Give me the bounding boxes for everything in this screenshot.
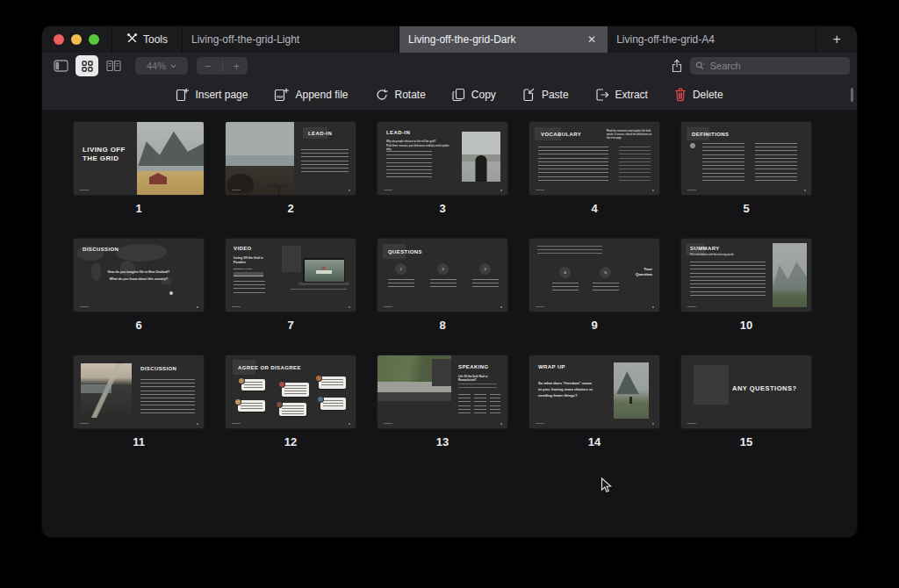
discussion-lines	[140, 379, 195, 416]
page-number-label: 6	[74, 319, 204, 332]
slide-heading: SPEAKING	[458, 364, 489, 369]
slide-page-dot	[349, 190, 350, 191]
slide-footer-mark	[536, 423, 544, 424]
page-view-button[interactable]	[102, 55, 125, 76]
page-thumbnail-2[interactable]: LEAD-IN	[226, 122, 356, 195]
word-column	[490, 394, 500, 415]
slide-page-dot	[804, 190, 806, 191]
tab-living-off-the-grid-light[interactable]: Living-off-the-grid-Light	[183, 26, 399, 53]
slide-footer-mark	[687, 190, 696, 190]
page-thumbnail-12[interactable]: AGREE OR DISAGREE	[226, 355, 356, 428]
map-marker	[169, 291, 173, 295]
tools-button[interactable]: Tools	[112, 26, 183, 53]
page-thumbnail-14[interactable]: WRAP UP So what does “freedom” mean to y…	[529, 355, 659, 428]
close-window-button[interactable]	[54, 34, 64, 45]
person-silhouette	[629, 397, 632, 404]
slide-heading: SUMMARY	[690, 246, 720, 251]
page-number-label: 13	[378, 435, 507, 448]
question-text-lines	[593, 283, 619, 293]
page-cell-4: VOCABULARY Read the sentences and explai…	[529, 122, 659, 215]
question-text-lines	[472, 279, 499, 290]
slide-heading: LEAD-IN	[308, 131, 332, 136]
question-circle-1: 1	[395, 263, 406, 275]
page-thumbnail-10[interactable]: SUMMARY Fill in the blanks with the miss…	[681, 239, 811, 312]
slide-page-dot	[197, 306, 198, 308]
question-circle-3: 3	[479, 263, 491, 275]
tab-living-off-the-grid-dark[interactable]: Living-off-the-grid-Dark ✕	[399, 26, 608, 53]
page-thumbnail-11[interactable]: DISCUSSION	[74, 355, 204, 428]
slide-subtitle: Why do people choose to live off the gri…	[386, 140, 450, 143]
checklist-lines	[386, 151, 432, 181]
page-number-label: 9	[529, 319, 659, 332]
zoom-out-button[interactable]: −	[205, 60, 212, 73]
page-thumbnail-4[interactable]: VOCABULARY Read the sentences and explai…	[529, 122, 659, 195]
tab-title: Living-off-the-grid-A4	[616, 33, 807, 46]
pdf-app-window: Tools Living-off-the-grid-Light Living-o…	[42, 26, 857, 537]
page-thumbnail-13[interactable]: SPEAKING Life Off the Grid: Real or Roma…	[378, 355, 507, 428]
search-input[interactable]	[708, 60, 845, 72]
delete-button[interactable]: Delete	[674, 88, 723, 102]
slide-heading: DISCUSSION	[83, 247, 119, 252]
slide-page-dot	[500, 423, 502, 425]
slide-footer-mark	[384, 190, 392, 190]
page-thumbnail-1[interactable]: LIVING OFF THE GRID	[74, 122, 204, 195]
discussion-question-2: What do you know about this country?	[95, 277, 183, 281]
page-cell-15: ANY QUESTIONS? 15	[681, 355, 811, 448]
desktop: Tools Living-off-the-grid-Light Living-o…	[0, 0, 899, 588]
minimize-window-button[interactable]	[71, 34, 82, 45]
tab-living-off-the-grid-a4[interactable]: Living-off-the-grid-A4	[608, 26, 816, 53]
search-field[interactable]	[690, 57, 850, 75]
slide-photo	[226, 122, 294, 195]
close-tab-icon[interactable]: ✕	[585, 33, 599, 46]
slide-photo	[614, 362, 649, 419]
sidebar-toggle-button[interactable]	[49, 55, 72, 76]
opinion-card	[279, 403, 306, 416]
new-tab-button[interactable]: +	[816, 26, 857, 53]
question-text-lines	[388, 279, 414, 290]
intro-text-lines	[537, 246, 602, 256]
tab-bar: Tools Living-off-the-grid-Light Living-o…	[42, 26, 857, 53]
page-number-label: 15	[681, 435, 811, 448]
insert-page-button[interactable]: Insert page	[176, 88, 248, 102]
page-thumbnail-6[interactable]: DISCUSSION How do you imagine life in Ne…	[74, 239, 204, 312]
copy-button[interactable]: Copy	[452, 88, 496, 102]
wrap-up-text: So what does “freedom” mean to you: havi…	[538, 380, 594, 398]
slide-page-dot	[652, 306, 654, 308]
extract-button[interactable]: Extract	[595, 88, 648, 102]
action-label: Copy	[471, 89, 496, 101]
page-thumbnail-8[interactable]: QUESTIONS 1 2 3	[378, 239, 507, 312]
discussion-question-1: How do you imagine life in New Zealand?	[95, 270, 183, 274]
slide-footer-mark	[80, 423, 89, 424]
sentence-lines	[538, 147, 608, 183]
paste-button[interactable]: Paste	[522, 88, 569, 102]
question-circle-5: 5	[600, 267, 611, 278]
video-duration: Duration 9:11 min	[234, 268, 252, 270]
share-button[interactable]	[665, 55, 688, 76]
page-thumbnail-7[interactable]: VIDEO Living Off the Grid in Paradise Du…	[226, 239, 356, 312]
slide-heading: ANY QUESTIONS?	[732, 384, 797, 392]
video-title: Living Off the Grid in Paradise	[234, 256, 272, 265]
opinion-card	[282, 383, 309, 397]
slide-page-dot	[197, 423, 198, 425]
append-file-button[interactable]: PDF Append file	[274, 88, 348, 102]
extract-icon	[595, 88, 609, 102]
page-thumbnail-3[interactable]: LEAD-IN Why do people choose to live off…	[378, 122, 507, 195]
slide-heading: DISCUSSION	[140, 366, 176, 371]
slide-page-dot	[349, 423, 350, 425]
scrollbar-thumb[interactable]	[851, 88, 853, 102]
opinion-card	[238, 400, 265, 412]
page-thumbnail-5[interactable]: DEFINITIONS	[681, 122, 811, 195]
page-thumbnail-9[interactable]: 4 5 Your Question	[529, 239, 659, 312]
page-cell-9: 4 5 Your Question 9	[529, 239, 659, 332]
thumbnail-grid-view-button[interactable]	[76, 55, 98, 76]
action-label: Rotate	[395, 89, 426, 101]
page-cell-2: LEAD-IN 2	[226, 122, 356, 215]
page-thumbnail-15[interactable]: ANY QUESTIONS?	[681, 355, 811, 428]
zoom-in-button[interactable]: +	[234, 60, 241, 73]
zoom-window-button[interactable]	[89, 34, 99, 45]
zoom-level-dropdown[interactable]: 44%	[135, 57, 188, 75]
rotate-button[interactable]: Rotate	[375, 88, 426, 102]
opinion-card	[320, 398, 346, 410]
slide-heading: QUESTIONS	[388, 249, 422, 255]
divider	[222, 61, 223, 71]
